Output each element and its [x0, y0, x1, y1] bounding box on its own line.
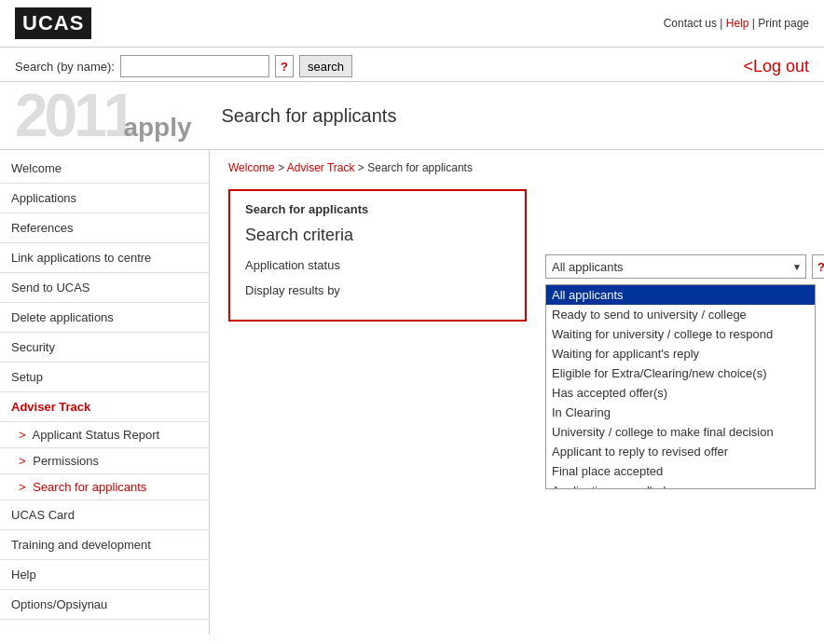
dropdown-option[interactable]: Waiting for university / college to resp… — [546, 324, 815, 344]
search-applicants-box: Search for applicants Search criteria Ap… — [228, 189, 527, 322]
sidebar-search-for-applicants[interactable]: > Search for applicants — [0, 474, 209, 500]
breadcrumb-sep2: > — [358, 161, 367, 174]
sidebar: Welcome Applications References Link app… — [0, 150, 210, 635]
search-help-button[interactable]: ? — [275, 55, 294, 77]
breadcrumb-current: Search for applicants — [367, 161, 473, 174]
search-box-title: Search for applicants — [245, 202, 510, 216]
arrow-icon: > — [19, 454, 26, 468]
app-status-select[interactable]: All applicants — [545, 254, 806, 279]
app-status-selected-value: All applicants — [552, 260, 624, 274]
dropdown-option[interactable]: Applicant to reply to revised offer — [546, 442, 815, 461]
sidebar-applicant-status-report[interactable]: > Applicant Status Report — [0, 422, 209, 448]
sidebar-item-setup[interactable]: Setup — [0, 363, 209, 392]
page-title-area: Search for applicants — [222, 105, 397, 127]
top-links: Contact us | Help | Print page — [664, 17, 809, 30]
sidebar-item-welcome[interactable]: Welcome — [0, 154, 209, 184]
sidebar-item-ucas-card[interactable]: UCAS Card — [0, 500, 209, 530]
sidebar-item-options[interactable]: Options/Opsiynau — [0, 590, 209, 620]
breadcrumb-adviser-track[interactable]: Adviser Track — [287, 161, 355, 174]
dropdown-option[interactable]: University / college to make final decis… — [546, 422, 815, 442]
content: Welcome > Adviser Track > Search for app… — [210, 150, 824, 635]
year-apply: 2011 apply — [15, 86, 192, 145]
dropdown-option[interactable]: Final place accepted — [546, 461, 815, 481]
header: UCAS Contact us | Help | Print page — [0, 0, 824, 48]
sidebar-item-security[interactable]: Security — [0, 333, 209, 363]
apply-word: apply — [123, 113, 191, 143]
app-status-label: Application status — [245, 258, 510, 272]
search-box-subtitle: Search criteria — [245, 226, 510, 245]
sidebar-item-help[interactable]: Help — [0, 560, 209, 590]
main-layout: Welcome Applications References Link app… — [0, 150, 824, 635]
app-status-row: Application status — [245, 258, 510, 272]
display-results-label: Display results by — [245, 283, 510, 297]
app-status-list[interactable]: All applicantsReady to send to universit… — [545, 284, 816, 489]
page-main-title: Search for applicants — [222, 105, 397, 127]
dropdown-row: All applicants ? — [545, 254, 824, 279]
year-number: 2011 — [15, 86, 132, 145]
sidebar-permissions[interactable]: > Permissions — [0, 448, 209, 474]
dropdown-option[interactable]: Waiting for applicant's reply — [546, 344, 815, 363]
contact-link-label[interactable]: Contact us — [664, 17, 717, 30]
logo-area: UCAS — [15, 7, 91, 39]
breadcrumb: Welcome > Adviser Track > Search for app… — [228, 161, 824, 174]
search-label: Search (by name): — [15, 60, 115, 74]
sidebar-item-link-applications[interactable]: Link applications to centre — [0, 243, 209, 273]
sidebar-adviser-track-header[interactable]: Adviser Track — [0, 392, 209, 422]
breadcrumb-sep1: > — [278, 161, 287, 174]
sidebar-item-references[interactable]: References — [0, 213, 209, 243]
sidebar-item-applications[interactable]: Applications — [0, 184, 209, 213]
logo: UCAS — [15, 7, 91, 39]
sidebar-item-training[interactable]: Training and development — [0, 530, 209, 560]
dropdown-area: All applicants ? All applicantsReady to … — [545, 189, 824, 489]
sidebar-item-delete-applications[interactable]: Delete applications — [0, 303, 209, 333]
display-results-row: Display results by — [245, 283, 510, 297]
dropdown-option[interactable]: Eligible for Extra/Clearing/new choice(s… — [546, 363, 815, 383]
dropdown-option[interactable]: Has accepted offer(s) — [546, 383, 815, 403]
dropdown-option[interactable]: All applicants — [546, 285, 815, 305]
search-input[interactable] — [120, 55, 269, 77]
arrow-icon: > — [19, 428, 26, 442]
dropdown-option[interactable]: In Clearing — [546, 403, 815, 422]
print-link[interactable]: Print page — [758, 17, 809, 30]
sub-header: Search (by name): ? search <Log out — [0, 48, 824, 82]
logout-area: <Log out — [743, 57, 809, 76]
arrow-icon: > — [19, 480, 26, 494]
help-link[interactable]: Help — [726, 17, 749, 30]
search-area: Search (by name): ? search — [15, 55, 352, 77]
dropdown-option[interactable]: Ready to send to university / college — [546, 305, 815, 324]
search-button[interactable]: search — [299, 55, 352, 77]
apply-banner: 2011 apply Search for applicants — [0, 82, 824, 150]
logout-link[interactable]: <Log out — [743, 57, 809, 75]
dropdown-help-button[interactable]: ? — [812, 254, 824, 279]
dropdown-option[interactable]: Application cancelled — [546, 481, 815, 489]
sidebar-item-send-to-ucas[interactable]: Send to UCAS — [0, 273, 209, 303]
content-inner: Search for applicants Search criteria Ap… — [228, 189, 824, 489]
breadcrumb-welcome[interactable]: Welcome — [228, 161, 275, 174]
